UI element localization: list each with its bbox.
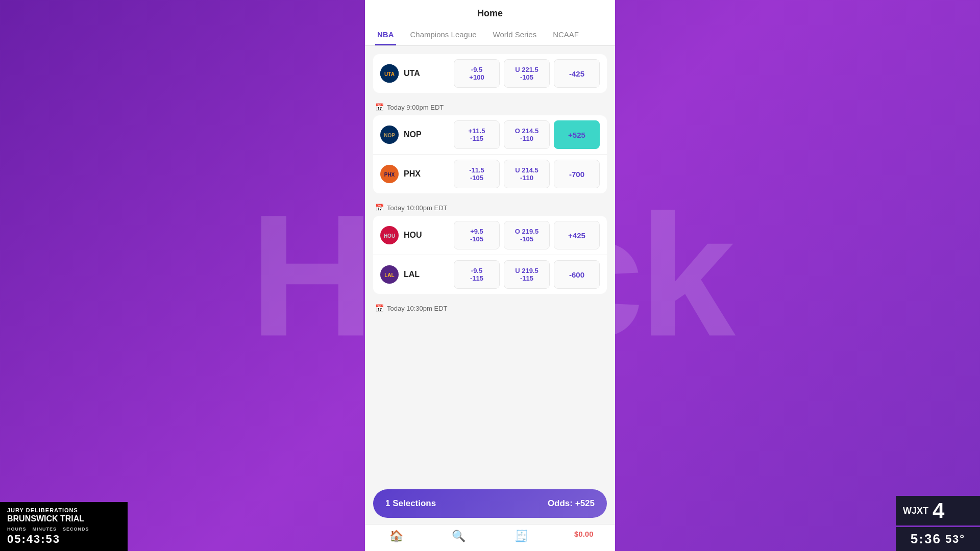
calendar-icon-3: 📅 xyxy=(375,304,384,312)
total-cell-uta[interactable]: U 221.5 -105 xyxy=(504,59,550,88)
bet-selections: 1 Selections xyxy=(385,498,436,509)
svg-text:PHX: PHX xyxy=(384,172,395,178)
ml-cell-uta[interactable]: -425 xyxy=(554,59,600,88)
bottom-nav: 🏠 🔍 🧾 $0.00 xyxy=(365,524,615,551)
spread-bottom-hou: -105 xyxy=(470,235,483,243)
table-row: HOU HOU +9.5 -105 O 219.5 -105 +425 xyxy=(373,216,607,255)
nav-betslip[interactable]: 🧾 xyxy=(490,530,553,543)
logo-nop: NOP xyxy=(380,126,399,144)
betslip-icon: 🧾 xyxy=(514,530,528,543)
logo-lal: LAL xyxy=(380,265,399,284)
spread-top-nop: +11.5 xyxy=(469,127,485,135)
total-bottom-phx: -110 xyxy=(520,174,533,182)
ml-lal: -600 xyxy=(569,270,584,279)
odds-cells-hou: +9.5 -105 O 219.5 -105 +425 xyxy=(454,221,600,249)
spread-cell-phx[interactable]: -11.5 -105 xyxy=(454,160,500,188)
nav-balance[interactable]: $0.00 xyxy=(553,530,616,543)
table-row: LAL LAL -9.5 -115 U 219.5 -115 -600 xyxy=(373,255,607,294)
team-name-uta: UTA xyxy=(404,69,454,78)
ml-phx: -700 xyxy=(569,170,584,179)
tab-nba[interactable]: NBA xyxy=(375,25,396,45)
news-title: BRUNSWICK TRIAL xyxy=(7,514,120,523)
logo-uta: UTA xyxy=(380,64,399,83)
tv-channel-number: 4 xyxy=(933,500,944,521)
ml-hou: +425 xyxy=(568,231,585,240)
search-icon: 🔍 xyxy=(452,530,465,543)
spread-top-uta: -9.5 xyxy=(471,66,482,73)
countdown-timer: 05:43:53 xyxy=(7,533,120,546)
spread-cell-lal[interactable]: -9.5 -115 xyxy=(454,260,500,289)
table-row: PHX PHX -11.5 -105 U 214.5 -110 -700 xyxy=(373,155,607,193)
spread-cell-uta[interactable]: -9.5 +100 xyxy=(454,59,500,88)
odds-cells-phx: -11.5 -105 U 214.5 -110 -700 xyxy=(454,160,600,188)
app-title: Home xyxy=(375,8,605,19)
matchup-time-1: Today 9:00pm EDT xyxy=(387,104,444,111)
timer-labels: HOURS MINUTES SECONDS xyxy=(7,527,120,532)
calendar-icon-1: 📅 xyxy=(375,103,384,111)
total-cell-phx[interactable]: U 214.5 -110 xyxy=(504,160,550,188)
timer-label-seconds: SECONDS xyxy=(63,527,89,532)
team-name-hou: HOU xyxy=(404,231,454,240)
logo-hou: HOU xyxy=(380,226,399,244)
matchup-time-2: Today 10:00pm EDT xyxy=(387,204,448,212)
tv-temp: 53° xyxy=(945,533,965,546)
total-top-lal: U 219.5 xyxy=(515,267,538,274)
svg-text:LAL: LAL xyxy=(384,272,394,278)
spread-cell-nop[interactable]: +11.5 -115 xyxy=(454,120,500,149)
ml-cell-hou[interactable]: +425 xyxy=(554,221,600,249)
svg-text:NOP: NOP xyxy=(384,133,395,138)
matchup-card-nop-phx: NOP NOP +11.5 -115 O 214.5 -110 +525 xyxy=(373,115,607,193)
team-name-phx: PHX xyxy=(404,169,454,179)
spread-bottom-nop: -115 xyxy=(470,135,483,142)
ml-cell-lal[interactable]: -600 xyxy=(554,260,600,289)
balance-label: $0.00 xyxy=(574,530,594,538)
ml-cell-nop[interactable]: +525 xyxy=(554,120,600,149)
ml-uta: -425 xyxy=(569,69,584,78)
total-cell-lal[interactable]: U 219.5 -115 xyxy=(504,260,550,289)
spread-top-hou: +9.5 xyxy=(470,228,483,235)
ml-nop: +525 xyxy=(568,131,585,139)
date-row-1: 📅 Today 9:00pm EDT xyxy=(373,99,607,115)
spread-bottom-uta: +100 xyxy=(469,73,484,81)
bet-bar[interactable]: 1 Selections Odds: +525 xyxy=(373,489,607,518)
tab-world-series[interactable]: World Series xyxy=(491,25,539,45)
home-icon: 🏠 xyxy=(389,530,403,543)
team-name-nop: NOP xyxy=(404,130,454,139)
tv-time: 5:36 xyxy=(911,531,941,547)
spread-top-phx: -11.5 xyxy=(469,166,484,174)
news-banner: JURY DELIBERATIONS BRUNSWICK TRIAL HOURS… xyxy=(0,502,128,551)
ml-cell-phx[interactable]: -700 xyxy=(554,160,600,188)
matchup-time-3: Today 10:30pm EDT xyxy=(387,305,448,312)
total-top-uta: U 221.5 xyxy=(515,66,538,73)
svg-text:UTA: UTA xyxy=(384,71,395,77)
total-top-nop: O 214.5 xyxy=(515,127,538,135)
spread-cell-hou[interactable]: +9.5 -105 xyxy=(454,221,500,249)
tab-champions-league[interactable]: Champions League xyxy=(408,25,479,45)
tabs-container: NBA Champions League World Series NCAAF xyxy=(375,25,605,45)
svg-text:HOU: HOU xyxy=(384,233,395,239)
spread-bottom-phx: -105 xyxy=(470,174,483,182)
total-bottom-lal: -115 xyxy=(520,274,533,282)
total-top-phx: U 214.5 xyxy=(515,166,538,174)
total-bottom-uta: -105 xyxy=(520,73,533,81)
total-cell-nop[interactable]: O 214.5 -110 xyxy=(504,120,550,149)
app-header: Home NBA Champions League World Series N… xyxy=(365,0,615,46)
odds-cells-uta: -9.5 +100 U 221.5 -105 -425 xyxy=(454,59,600,88)
matchup-card-uta: UTA UTA -9.5 +100 U 221.5 -105 -425 xyxy=(373,54,607,93)
odds-cells-nop: +11.5 -115 O 214.5 -110 +525 xyxy=(454,120,600,149)
nav-home[interactable]: 🏠 xyxy=(365,530,428,543)
timer-label-minutes: MINUTES xyxy=(33,527,57,532)
spread-top-lal: -9.5 xyxy=(471,267,482,274)
total-top-hou: O 219.5 xyxy=(515,228,538,235)
nav-search[interactable]: 🔍 xyxy=(428,530,491,543)
total-cell-hou[interactable]: O 219.5 -105 xyxy=(504,221,550,249)
total-bottom-nop: -110 xyxy=(520,135,533,142)
table-row: UTA UTA -9.5 +100 U 221.5 -105 -425 xyxy=(373,54,607,93)
tv-logo: WJXT 4 xyxy=(896,496,980,525)
date-row-2: 📅 Today 10:00pm EDT xyxy=(373,199,607,216)
calendar-icon-2: 📅 xyxy=(375,204,384,212)
app-container: Home NBA Champions League World Series N… xyxy=(365,0,615,551)
spread-bottom-lal: -115 xyxy=(470,274,483,282)
tab-ncaaf[interactable]: NCAAF xyxy=(551,25,581,45)
odds-cells-lal: -9.5 -115 U 219.5 -115 -600 xyxy=(454,260,600,289)
